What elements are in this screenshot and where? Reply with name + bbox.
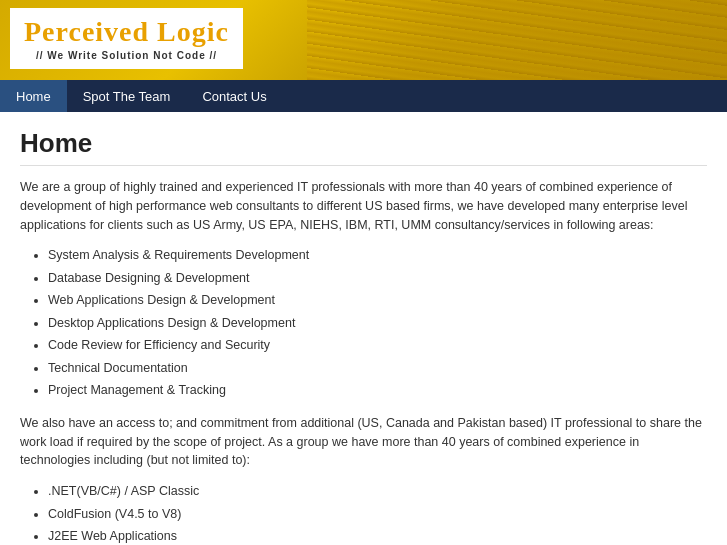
main-content: Home We are a group of highly trained an…	[0, 112, 727, 545]
services-list: System Analysis & Requirements Developme…	[20, 244, 707, 402]
nav-contact-us[interactable]: Contact Us	[186, 80, 282, 112]
header: Perceived Logic // We Write Solution Not…	[0, 0, 727, 80]
second-paragraph: We also have an access to; and commitmen…	[20, 414, 707, 470]
list-item: Desktop Applications Design & Developmen…	[48, 312, 707, 335]
list-item: ColdFusion (V4.5 to V8)	[48, 503, 707, 526]
list-item: Technical Documentation	[48, 357, 707, 380]
header-texture	[307, 0, 727, 80]
technologies-list: .NET(VB/C#) / ASP Classic ColdFusion (V4…	[20, 480, 707, 545]
logo-box: Perceived Logic // We Write Solution Not…	[10, 8, 243, 69]
intro-paragraph: We are a group of highly trained and exp…	[20, 178, 707, 234]
page-title: Home	[20, 128, 707, 166]
list-item: Database Designing & Development	[48, 267, 707, 290]
list-item: System Analysis & Requirements Developme…	[48, 244, 707, 267]
logo-title: Perceived Logic	[24, 16, 229, 48]
navbar: Home Spot The Team Contact Us	[0, 80, 727, 112]
nav-spot-the-team[interactable]: Spot The Team	[67, 80, 187, 112]
nav-home[interactable]: Home	[0, 80, 67, 112]
list-item: Web Applications Design & Development	[48, 289, 707, 312]
list-item: .NET(VB/C#) / ASP Classic	[48, 480, 707, 503]
list-item: Project Management & Tracking	[48, 379, 707, 402]
list-item: Code Review for Efficiency and Security	[48, 334, 707, 357]
list-item: J2EE Web Applications	[48, 525, 707, 545]
logo-subtitle: // We Write Solution Not Code //	[24, 50, 229, 61]
